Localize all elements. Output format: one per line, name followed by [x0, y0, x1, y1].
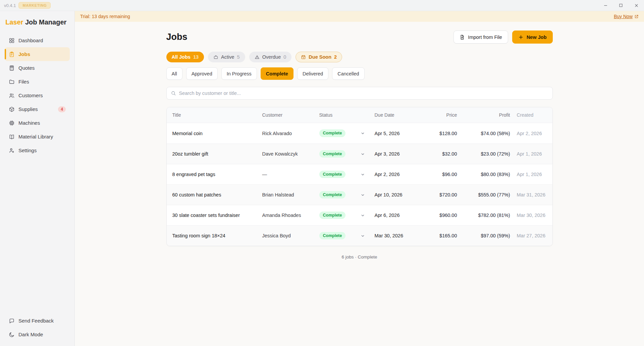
chevron-down-icon[interactable]: [360, 172, 365, 177]
table-row[interactable]: 8 engraved pet tags — Complete Apr 2, 20…: [167, 164, 552, 184]
tab-approved[interactable]: Approved: [186, 67, 218, 80]
job-profit: $80.00 (83%): [457, 172, 510, 177]
sidebar-item-quotes[interactable]: Quotes: [5, 61, 70, 75]
sidebar-item-supplies[interactable]: Supplies 4: [5, 102, 70, 116]
job-created: Apr 1, 2026: [510, 151, 547, 157]
tab-in-progress[interactable]: In Progress: [221, 67, 257, 80]
status-badge: Complete: [319, 150, 346, 158]
search-bar: [166, 87, 553, 100]
chevron-down-icon[interactable]: [360, 131, 365, 136]
filter-active[interactable]: Active 5: [208, 52, 245, 62]
sidebar-item-label: Files: [18, 79, 29, 84]
book-open-icon: [9, 134, 15, 140]
job-profit: $555.00 (77%): [457, 192, 510, 197]
status-badge: Complete: [319, 212, 346, 219]
supplies-count-badge: 4: [58, 106, 66, 112]
job-customer: Jessica Boyd: [262, 233, 319, 238]
sidebar-item-settings[interactable]: Settings: [5, 143, 70, 157]
dark-mode-toggle[interactable]: Dark Mode: [5, 328, 70, 341]
job-price: $960.00: [418, 213, 457, 218]
send-feedback-button[interactable]: Send Feedback: [5, 314, 70, 328]
new-job-button[interactable]: New Job: [512, 31, 553, 44]
sidebar-item-machines[interactable]: Machines: [5, 116, 70, 130]
job-customer: Rick Alvarado: [262, 131, 319, 136]
table-row[interactable]: Tasting room sign 18×24 Jessica Boyd Com…: [167, 225, 552, 246]
sidebar-item-label: Supplies: [18, 106, 38, 112]
job-title: Memorial coin: [172, 131, 262, 136]
minimize-icon: [603, 3, 608, 8]
trial-remaining-text: Trial: 13 days remaining: [80, 14, 130, 19]
tab-all[interactable]: All: [166, 67, 182, 80]
job-title: 8 engraved pet tags: [172, 172, 262, 177]
job-customer: Amanda Rhoades: [262, 213, 319, 218]
moon-icon: [9, 332, 15, 338]
send-feedback-label: Send Feedback: [18, 318, 54, 324]
sidebar-item-customers[interactable]: Customers: [5, 89, 70, 102]
job-due-date: Apr 5, 2026: [375, 131, 418, 136]
job-profit: $23.00 (72%): [457, 151, 510, 157]
job-created: Mar 27, 2026: [510, 233, 547, 238]
sidebar-item-material-library[interactable]: Material Library: [5, 130, 70, 143]
buy-now-link[interactable]: Buy Now: [614, 14, 639, 19]
job-price: $96.00: [418, 172, 457, 177]
folder-icon: [9, 79, 15, 85]
job-status-cell: Complete: [319, 191, 375, 199]
search-input[interactable]: [179, 91, 548, 96]
job-price: $720.00: [418, 192, 457, 197]
main-area: Trial: 13 days remaining Buy Now Jobs Im…: [75, 11, 644, 346]
column-header-profit: Profit: [457, 112, 510, 118]
jobs-page: Jobs Import from File New Job All Jobs 1…: [166, 22, 553, 260]
dashboard-icon: [9, 38, 15, 44]
dark-mode-label: Dark Mode: [18, 332, 43, 337]
status-badge: Complete: [319, 129, 346, 137]
status-tabs: All Approved In Progress Complete Delive…: [166, 67, 553, 80]
status-badge: Complete: [319, 232, 346, 240]
sidebar-item-label: Customers: [18, 93, 43, 98]
filter-all-jobs[interactable]: All Jobs 13: [166, 52, 204, 62]
column-header-due-date: Due Date: [375, 112, 418, 118]
table-row[interactable]: 60 custom hat patches Brian Halstead Com…: [167, 184, 552, 205]
table-row[interactable]: 30 slate coaster sets fundraiser Amanda …: [167, 205, 552, 225]
job-status-cell: Complete: [319, 129, 375, 137]
sidebar-item-files[interactable]: Files: [5, 75, 70, 89]
filter-due-soon-count: 2: [334, 54, 337, 60]
calculator-icon: [9, 65, 15, 71]
tab-complete[interactable]: Complete: [261, 67, 293, 80]
users-icon: [9, 93, 15, 99]
job-status-cell: Complete: [319, 171, 375, 178]
job-title: Tasting room sign 18×24: [172, 233, 262, 238]
sidebar-item-dashboard[interactable]: Dashboard: [5, 34, 70, 47]
window-minimize-button[interactable]: [598, 0, 613, 11]
chevron-down-icon[interactable]: [360, 213, 365, 218]
close-icon: [634, 3, 639, 8]
table-row[interactable]: 20oz tumbler gift Dave Kowalczyk Complet…: [167, 143, 552, 164]
filter-due-soon[interactable]: Due Soon 2: [296, 52, 342, 62]
page-header: Jobs Import from File New Job: [166, 31, 553, 44]
chevron-down-icon[interactable]: [360, 192, 365, 197]
job-due-date: Apr 6, 2026: [375, 213, 418, 218]
user-settings-icon: [9, 148, 15, 154]
sidebar-item-jobs[interactable]: Jobs: [5, 47, 70, 61]
tab-delivered[interactable]: Delivered: [297, 67, 328, 80]
table-row[interactable]: Memorial coin Rick Alvarado Complete Apr…: [167, 123, 552, 143]
window-close-button[interactable]: [629, 0, 644, 11]
maximize-icon: [619, 3, 623, 7]
chevron-down-icon[interactable]: [360, 152, 365, 157]
logo-accent-text: Laser: [5, 18, 23, 26]
buy-now-label: Buy Now: [614, 14, 633, 19]
column-header-created: Created: [510, 112, 547, 118]
import-from-file-button[interactable]: Import from File: [453, 31, 508, 44]
column-header-title: Title: [172, 112, 262, 118]
jobs-count-summary: 6 jobs · Complete: [166, 254, 553, 260]
table-header-row: Title Customer Status Due Date Price Pro…: [167, 107, 552, 123]
filter-active-count: 5: [237, 54, 240, 60]
tab-cancelled[interactable]: Cancelled: [332, 67, 365, 80]
window-maximize-button[interactable]: [613, 0, 629, 11]
sidebar-nav: Dashboard Jobs Quotes Files Customers Su…: [0, 31, 74, 314]
job-customer: Brian Halstead: [262, 192, 319, 197]
chevron-down-icon[interactable]: [360, 233, 365, 238]
job-title: 60 custom hat patches: [172, 192, 262, 197]
filter-active-label: Active: [221, 54, 234, 60]
job-profit: $74.00 (58%): [457, 131, 510, 136]
filter-overdue[interactable]: Overdue 0: [249, 52, 292, 62]
